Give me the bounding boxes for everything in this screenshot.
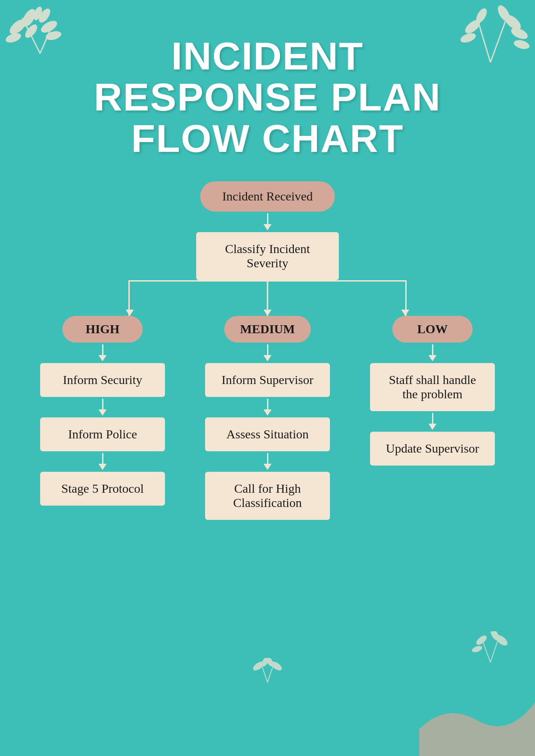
blob-bottom-right-decoration [419, 667, 535, 756]
medium-label: MEDIUM [224, 316, 311, 343]
arrow-start-to-classify [263, 213, 272, 230]
leaf-top-right-decoration [450, 4, 531, 67]
title-line2: RESPONSE PLAN [94, 77, 441, 118]
inform-supervisor-node: Inform Supervisor [205, 363, 330, 397]
high-label: HIGH [62, 316, 143, 343]
arrow-staff-to-update [428, 413, 436, 430]
classify-node: Classify Incident Severity [196, 232, 339, 280]
branch-connector [62, 280, 473, 316]
stage5-node: Stage 5 Protocol [40, 472, 165, 506]
arrow-high-to-security [99, 344, 107, 361]
svg-point-15 [513, 39, 530, 51]
arrow-police-to-stage5 [99, 453, 107, 470]
title-line3: FLOW CHART [94, 118, 441, 159]
arrow-security-to-police [99, 399, 107, 416]
svg-point-24 [471, 645, 483, 653]
call-high-classification-node: Call for High Classification [205, 472, 330, 520]
inform-security-node: Inform Security [40, 363, 165, 397]
arrow-low-to-staff [428, 344, 436, 361]
svg-point-23 [475, 634, 488, 647]
title-section: INCIDENT RESPONSE PLAN FLOW CHART [76, 36, 459, 159]
leaf-bottom-right-decoration [468, 631, 513, 667]
low-col: LOW Staff shall handle the problem Updat… [361, 316, 504, 520]
inform-police-node: Inform Police [40, 417, 165, 451]
low-label: LOW [392, 316, 473, 343]
arrow-supervisor-to-assess [263, 399, 272, 416]
medium-col: MEDIUM Inform Supervisor Assess Situatio… [196, 316, 339, 520]
staff-handle-node: Staff shall handle the problem [370, 363, 495, 411]
high-col: HIGH Inform Security Inform Police Stage… [31, 316, 174, 520]
leaf-bottom-center-decoration [250, 658, 285, 685]
update-supervisor-node: Update Supervisor [370, 432, 495, 466]
assess-situation-node: Assess Situation [205, 417, 330, 451]
severity-labels-row: HIGH Inform Security Inform Police Stage… [31, 316, 504, 520]
leaf-top-left-decoration [4, 4, 76, 58]
start-node: Incident Received [200, 181, 335, 212]
arrow-assess-to-callhigh [263, 453, 272, 470]
title-line1: INCIDENT [94, 36, 441, 77]
page: INCIDENT RESPONSE PLAN FLOW CHART Incide… [0, 0, 535, 756]
flowchart: Incident Received Classify Incident Seve… [31, 181, 504, 520]
arrow-medium-to-supervisor [263, 344, 272, 361]
